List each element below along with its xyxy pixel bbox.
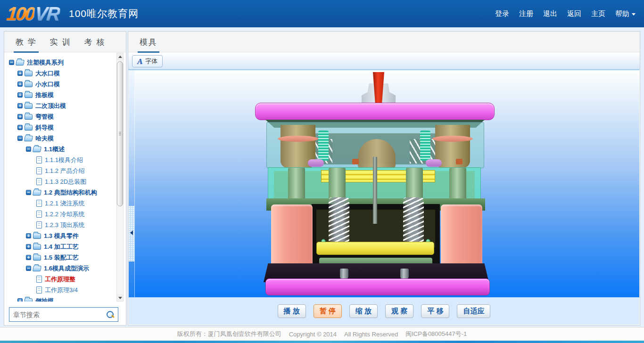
tree-item-label: 1.1.3 2D总装图 — [45, 178, 86, 186]
expand-plus-icon[interactable]: + — [17, 125, 23, 130]
tree-item[interactable]: 1.1.1模具介绍 — [4, 155, 126, 165]
tree-item[interactable]: 1.2.3 顶出系统 — [4, 220, 126, 230]
file-icon — [36, 178, 42, 185]
course-tree: −注塑模具系列+大水口模+小水口模+推板模+二次顶出模+弯管模+斜导模−哈夫模−… — [4, 53, 126, 302]
mold-bushing-ring — [432, 136, 473, 142]
expand-plus-icon[interactable]: + — [26, 233, 31, 238]
expand-plus-icon[interactable]: + — [17, 114, 23, 119]
tree-item[interactable]: 1.2.2 冷却系统 — [4, 209, 126, 220]
tree-item-label: 弯管模 — [35, 113, 54, 121]
tree-item[interactable]: +二次顶出模 — [4, 100, 126, 111]
splitter[interactable] — [129, 70, 135, 298]
header-nav-home[interactable]: 主页 — [591, 9, 605, 18]
mold-teal-spring — [318, 131, 329, 161]
tree-item-label: 1.2.2 冷却系统 — [45, 210, 85, 219]
tree-item[interactable]: −哈夫模 — [4, 133, 126, 144]
tree-item-label: 小水口模 — [35, 80, 60, 89]
expand-plus-icon[interactable]: + — [17, 298, 23, 302]
footer-text: 闽ICP备08005447号-1 — [405, 330, 467, 338]
tree-item[interactable]: 工作原理整 — [4, 274, 126, 285]
tree-item[interactable]: 工作原理3/4 — [4, 285, 126, 295]
mold-ejector-spring — [403, 197, 424, 245]
mold-slide-knob — [308, 159, 324, 167]
tree-item[interactable]: +小水口模 — [4, 79, 126, 90]
tree-item[interactable]: +侧抽模 — [4, 295, 126, 302]
tab-training[interactable]: 实 训 — [48, 32, 73, 52]
tree-item[interactable]: +斜导模 — [4, 122, 126, 133]
tree-item[interactable]: +弯管模 — [4, 111, 126, 122]
tree-item[interactable]: +1.3 模具零件 — [4, 230, 126, 241]
tree-item[interactable]: +大水口模 — [4, 68, 126, 79]
tab-assessment[interactable]: 考 核 — [82, 32, 107, 52]
main-tabrow: 模具 — [128, 32, 640, 52]
mold-spacer-block — [441, 204, 482, 270]
tree-item[interactable]: 1.1.3 2D总装图 — [4, 176, 126, 187]
splitter-collapse-icon[interactable] — [130, 230, 133, 235]
header-nav-logout[interactable]: 退出 — [543, 9, 557, 18]
collapse-minus-icon[interactable]: − — [26, 147, 31, 152]
header-nav-help[interactable]: 帮助 — [615, 9, 636, 18]
header-nav-login[interactable]: 登录 — [495, 9, 509, 18]
scrollbar-thumb[interactable] — [117, 61, 123, 206]
scrollbar-up-icon[interactable] — [117, 53, 123, 60]
pause-button[interactable]: 暂 停 — [314, 304, 342, 318]
search-input[interactable] — [9, 311, 107, 318]
expand-plus-icon[interactable]: + — [26, 244, 31, 249]
file-icon — [36, 156, 42, 163]
tree-item[interactable]: −1.1概述 — [4, 144, 126, 155]
fit-button[interactable]: 自适应 — [457, 304, 490, 318]
expand-plus-icon[interactable]: + — [17, 71, 23, 76]
logo-100-text: 100 — [6, 3, 35, 24]
tree-item[interactable]: −1.6模具成型演示 — [4, 263, 126, 274]
header-nav: 登录注册退出返回主页帮助 — [495, 0, 636, 27]
pan-button[interactable]: 平 移 — [421, 304, 449, 318]
file-icon — [36, 200, 42, 207]
tree-item[interactable]: 1.2.1 浇注系统 — [4, 198, 126, 209]
mold-bottom-clamp-plate — [265, 278, 490, 295]
tree-item[interactable]: −1.2 典型结构和机构 — [4, 187, 126, 198]
observe-button[interactable]: 观 察 — [385, 304, 413, 318]
tree-item-label: 斜导模 — [35, 123, 54, 132]
collapse-minus-icon[interactable]: − — [26, 266, 31, 271]
collapse-minus-icon[interactable]: − — [17, 136, 23, 141]
tree-item-label: 1.1.1模具介绍 — [45, 156, 83, 164]
tree-item-label: 二次顶出模 — [35, 102, 66, 110]
viewer-controls: 播 放暂 停缩 放观 察平 移自适应 — [129, 297, 639, 325]
font-button-label: 字体 — [145, 57, 157, 65]
expand-plus-icon[interactable]: + — [17, 92, 23, 98]
mold-stop-bolt — [340, 269, 348, 279]
bottom-accent-strip — [0, 341, 644, 343]
collapse-minus-icon[interactable]: − — [26, 190, 31, 195]
collapse-minus-icon[interactable]: − — [9, 60, 14, 65]
mold-teal-spring — [420, 131, 430, 161]
splitter-handle[interactable] — [129, 206, 135, 261]
tree-item[interactable]: 1.1.2 产品介绍 — [4, 165, 126, 176]
tree-item[interactable]: +1.5 装配工艺 — [4, 252, 126, 263]
header-nav-back[interactable]: 返回 — [567, 9, 581, 18]
scrollbar-down-icon[interactable] — [117, 294, 123, 301]
header-nav-register[interactable]: 注册 — [519, 9, 533, 18]
font-button[interactable]: A 字体 — [132, 55, 163, 67]
tree-scrollbar[interactable] — [116, 53, 124, 302]
folder-icon — [24, 136, 33, 141]
expand-plus-icon[interactable]: + — [26, 255, 31, 260]
mold-spacer-block — [271, 204, 313, 270]
tab-teaching[interactable]: 教 学 — [14, 32, 39, 52]
tree-item[interactable]: −注塑模具系列 — [4, 57, 126, 68]
viewer-3d[interactable] — [129, 70, 639, 298]
tab-mold[interactable]: 模具 — [138, 32, 159, 52]
tree-item-label: 1.1.2 产品介绍 — [45, 167, 85, 175]
zoom-button[interactable]: 缩 放 — [349, 304, 378, 318]
footer: 版权所有：厦门凤凰创壹软件有限公司Copyright © 2014All Rig… — [0, 327, 644, 341]
tree-item[interactable]: +推板模 — [4, 90, 126, 100]
expand-plus-icon[interactable]: + — [17, 82, 23, 87]
mold-wedge-block — [456, 159, 462, 164]
folder-icon — [25, 82, 33, 87]
play-button[interactable]: 播 放 — [278, 304, 306, 318]
file-icon — [36, 221, 42, 229]
search-icon[interactable] — [107, 311, 114, 318]
mold-bushing-ring — [278, 136, 318, 142]
expand-plus-icon[interactable]: + — [17, 103, 23, 108]
tree-item[interactable]: +1.4 加工工艺 — [4, 241, 126, 252]
logo[interactable]: 100 VR — [7, 3, 59, 24]
